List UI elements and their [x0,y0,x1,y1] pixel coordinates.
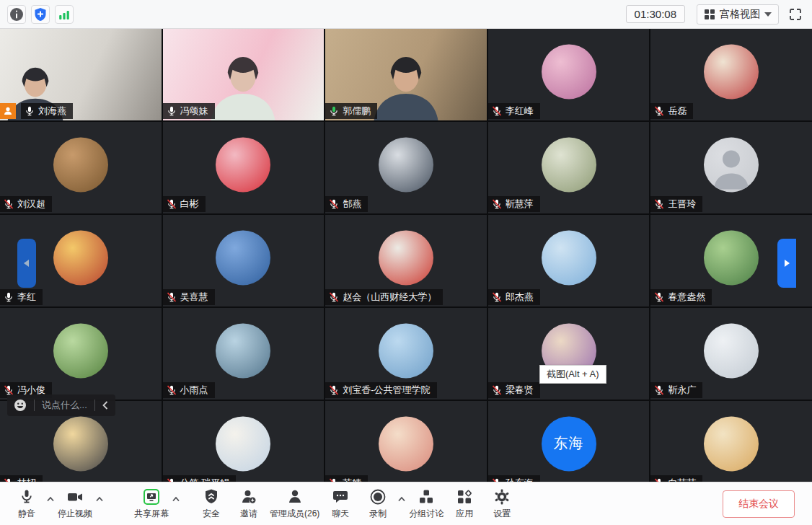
participant-name-label: 小雨点 [163,382,215,398]
page-right-arrow [783,259,790,268]
divider [94,400,95,411]
member-badge [0,103,16,119]
participant-tile[interactable]: 吴喜慧 [163,215,325,306]
mute-options-button[interactable] [46,496,55,502]
name-plate: 小雨点 [163,382,215,398]
participant-tile[interactable]: 岳磊 [650,29,812,120]
chat-input[interactable]: 说点什么... [42,399,87,412]
meeting-window: 01:30:08 宫格视图 [0,0,812,525]
network-quality-button[interactable] [55,5,74,24]
participant-tile[interactable]: 靳慧萍 [488,122,650,213]
participant-tile[interactable]: 苏婧 [325,401,487,482]
toolbar-item-record[interactable]: 录制 [361,488,394,520]
participant-tile[interactable]: 公笃 瑞平娟 [163,401,325,482]
name-plate: 吴喜慧 [163,289,215,305]
participant-tile[interactable]: 冯小俊 [0,308,162,400]
participant-tile[interactable]: 刘海燕 [0,29,162,120]
toolbar-item-manage-members[interactable]: 管理成员(26) [270,488,319,520]
participant-avatar [704,416,759,471]
participant-tile[interactable]: 靳永广 [650,308,812,400]
participant-name: 靳永广 [668,384,696,397]
shield-plus-icon [33,7,48,22]
participant-name: 赵会（山西财经大学） [343,291,436,304]
meeting-timer: 01:30:08 [626,5,685,23]
name-plate: 白芸芸 [650,475,702,482]
participant-tile[interactable]: 刘宝香-公共管理学院 [325,308,487,400]
top-bar: 01:30:08 宫格视图 [0,0,812,29]
quick-chat-bar: 说点什么... [7,394,115,416]
toolbar-label: 静音 [18,508,35,520]
participant-avatar [542,137,596,192]
share-screen-icon [143,488,160,506]
participant-tile[interactable]: 郜燕 [325,122,487,213]
grid-view-icon [704,9,715,20]
participant-name: 刘宝香-公共管理学院 [343,384,430,397]
screenshot-tooltip: 截图(Alt + A) [539,365,606,384]
collapse-chat-button[interactable] [102,401,108,410]
toolbar-item-settings[interactable]: 设置 [485,488,518,520]
toolbar-item-chat[interactable]: 聊天 [324,488,357,520]
toolbar-item-mute[interactable]: 静音 [10,488,43,520]
next-page-button[interactable] [777,239,796,288]
video-options-button[interactable] [95,496,104,502]
divider [34,400,35,411]
participant-name-label: 刘海燕 [21,103,73,119]
toolbar-item-invite[interactable]: 邀请 [232,488,265,520]
layout-view-button[interactable]: 宫格视图 [697,4,779,25]
signal-bars-icon [57,7,71,22]
previous-page-button[interactable] [17,239,36,288]
toolbar-item-share-screen[interactable]: 共享屏幕 [134,488,169,520]
microphone-status-icon [167,199,177,209]
end-meeting-button[interactable]: 结束会议 [723,490,795,518]
participant-tile[interactable]: 白芸芸 [650,401,812,482]
avatar-initials: 东海 [554,433,584,453]
participant-tile[interactable]: 梁春贤 [488,308,650,400]
participant-tile[interactable]: 东海 [488,401,650,482]
participant-name: 梁春贤 [506,384,534,397]
name-plate: 靳永广 [650,382,702,398]
toolbar-label: 应用 [456,508,473,520]
participant-tile[interactable]: 王晋玲 [650,122,812,213]
participant-tile[interactable]: 郭儒鹏 [325,29,487,120]
participant-name: 冯颂妹 [180,105,208,118]
microphone-status-icon [329,199,339,209]
participant-grid: 刘海燕 [0,29,812,482]
toolbar-label: 管理成员(26) [270,508,319,520]
participant-name: 靳慧萍 [506,198,534,211]
share-options-button[interactable] [172,496,180,502]
participant-tile[interactable]: 白彬 [163,122,325,213]
emoji-button[interactable] [14,399,27,412]
participant-tile[interactable]: 刘汉超 [0,122,162,213]
bottom-toolbar: 静音 停止视频 共享屏幕 [0,482,812,525]
meeting-info-button[interactable] [7,5,26,24]
participant-avatar [704,323,759,378]
smiley-icon [14,399,27,412]
participant-avatar [542,44,596,99]
fullscreen-button[interactable] [789,8,802,21]
participant-name-label: 林招 [0,475,43,482]
participant-name-label: 吴喜慧 [163,289,215,305]
toolbar-item-apps[interactable]: 应用 [448,488,481,520]
toolbar-item-breakout-rooms[interactable]: 分组讨论 [409,488,443,520]
chevron-up-icon [46,496,55,502]
participant-avatar [216,230,270,285]
toolbar-label: 停止视频 [58,508,92,520]
name-plate: 白彬 [163,196,206,212]
microphone-status-icon [167,292,177,302]
participant-tile[interactable]: 小雨点 [163,308,325,400]
participant-avatar [704,44,759,99]
participant-tile[interactable]: 冯颂妹 [163,29,325,120]
microphone-icon [18,488,35,506]
participant-name-label: 靳慧萍 [488,196,540,212]
toolbar-item-security[interactable]: 安全 [195,488,228,520]
toolbar-item-stop-video[interactable]: 停止视频 [58,488,92,520]
participant-tile[interactable]: 李红峰 [488,29,650,120]
participant-name: 白芸芸 [668,477,696,482]
security-status-button[interactable] [31,5,50,24]
microphone-status-icon [25,106,35,116]
participant-tile[interactable]: 赵会（山西财经大学） [325,215,487,306]
participant-tile[interactable]: 郎杰燕 [488,215,650,306]
participant-name: 公笃 瑞平娟 [180,477,230,482]
chat-bubble-icon [332,488,349,506]
record-options-button[interactable] [397,496,406,502]
